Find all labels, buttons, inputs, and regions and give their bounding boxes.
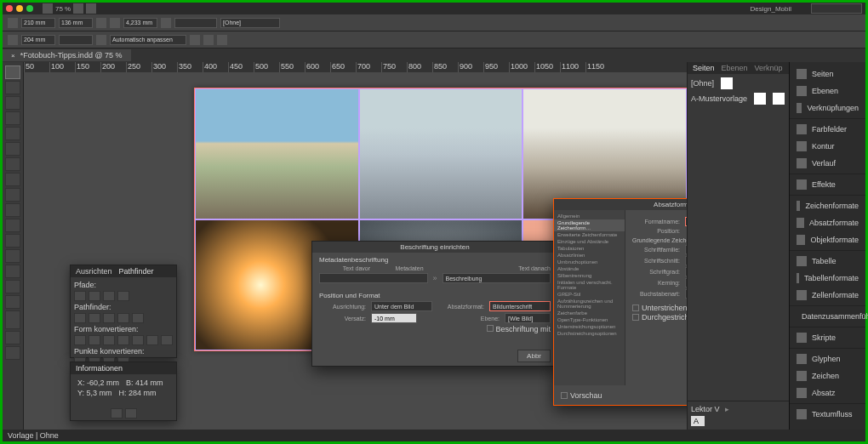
search-field[interactable]	[811, 3, 862, 14]
path-btn[interactable]	[74, 291, 86, 301]
fit-icon-1[interactable]	[190, 35, 200, 45]
minimize-icon[interactable]	[16, 5, 23, 12]
fit-icon-3[interactable]	[217, 35, 227, 45]
pathfinder-tab[interactable]: Pathfinder	[119, 267, 154, 276]
panel-verknpfungen[interactable]: Verknüpfungen	[790, 100, 865, 117]
view-mode[interactable]	[5, 346, 20, 360]
case-dd[interactable]: Normal	[685, 289, 687, 299]
rect-frame-tool[interactable]	[5, 188, 20, 202]
panel-tabelle[interactable]: Tabelle	[790, 253, 865, 270]
misc-field-1[interactable]	[174, 18, 217, 28]
d2-side-item[interactable]: Tabulatoren	[554, 245, 625, 252]
panel-zeichenformate[interactable]: Zeichenformate	[790, 197, 865, 214]
ref-point-icon[interactable]	[8, 18, 18, 28]
shape-btn[interactable]	[103, 335, 115, 345]
x-field[interactable]: 204 mm	[21, 35, 55, 45]
master-swatch[interactable]	[773, 93, 785, 105]
master-a[interactable]: A-Mustervorlage	[691, 94, 747, 103]
photo-frame-1[interactable]	[195, 88, 359, 219]
close-icon[interactable]	[6, 5, 13, 12]
align-dd[interactable]: Unter dem Bild	[371, 301, 432, 311]
none-swatch[interactable]	[721, 77, 733, 89]
y-field[interactable]	[59, 35, 93, 45]
d2-side-item[interactable]: Aufzählungszeichen und Nummerierung	[554, 298, 625, 310]
pencil-tool[interactable]	[5, 173, 20, 186]
flip-v-icon[interactable]	[110, 18, 120, 28]
panel-seiten[interactable]: Seiten	[790, 65, 865, 83]
type-tool[interactable]	[5, 127, 20, 140]
fmtname-input[interactable]: Bildunterschrift	[685, 217, 687, 226]
strike-checkbox[interactable]: Durchgestrichen	[632, 313, 687, 322]
shape-btn[interactable]	[74, 335, 86, 345]
layer-dd[interactable]: [Wie Bild]	[505, 313, 551, 323]
d2-side-item[interactable]: Absatzlinien	[554, 252, 625, 259]
d2-side-item[interactable]: Umbruchoptionen	[554, 259, 625, 265]
master-swatch[interactable]	[754, 93, 766, 105]
d2-side-item[interactable]: OpenType-Funktionen	[554, 316, 625, 323]
text-before-input[interactable]	[319, 273, 428, 283]
r-field[interactable]: 4,233 mm	[123, 18, 157, 28]
tab-close-icon[interactable]: ×	[11, 52, 15, 60]
caption-checkbox[interactable]: Beschriftung mit	[487, 325, 551, 333]
metadata-dd[interactable]: Beschreibung	[443, 273, 551, 283]
panel-kontur[interactable]: Kontur	[790, 138, 865, 155]
fill-stroke-swap[interactable]	[5, 310, 20, 329]
scale-icon[interactable]	[96, 35, 106, 45]
shape-btn[interactable]	[117, 335, 129, 345]
pages-tab[interactable]: Seiten	[693, 64, 715, 72]
d2-side-item[interactable]: Durchstreichungsoptionen	[554, 330, 625, 337]
none-master[interactable]: [Ohne]	[691, 79, 714, 88]
zoom-display[interactable]: 75 %	[55, 5, 71, 13]
preview-checkbox[interactable]: Vorschau	[561, 391, 602, 400]
panel-datenzusammenfhr[interactable]: Datenzusammenführ…	[790, 308, 865, 325]
pf-btn[interactable]	[74, 313, 86, 323]
bridge-icon[interactable]	[73, 3, 83, 14]
direct-select-tool[interactable]	[5, 81, 20, 94]
fontsize-input[interactable]: 9 Pt	[685, 267, 687, 276]
panel-absatz[interactable]: Absatz	[790, 384, 865, 401]
lektor-input[interactable]: A	[691, 416, 705, 426]
panel-effekte[interactable]: Effekte	[790, 176, 865, 193]
shape-btn[interactable]	[146, 335, 158, 345]
fontfam-dd[interactable]: Ubuntu	[685, 245, 687, 254]
pf-btn[interactable]	[103, 313, 115, 323]
panel-verlauf[interactable]: Verlauf	[790, 155, 865, 172]
panel-absatzformate[interactable]: Absatzformate	[790, 214, 865, 231]
line-tool[interactable]	[5, 142, 20, 156]
fit-icon-2[interactable]	[203, 35, 214, 45]
d2-side-item[interactable]: Unterstreichungsoptionen	[554, 323, 625, 330]
zoom-tool[interactable]	[5, 295, 20, 309]
d2-side-item[interactable]: Allgemein	[554, 213, 625, 219]
links-tab[interactable]: Verknüp	[755, 64, 783, 72]
workspace-label[interactable]: Design_Mobil	[751, 5, 808, 13]
path-btn[interactable]	[117, 291, 129, 301]
d2-side-item[interactable]: Erweiterte Zeichenformate	[554, 231, 625, 238]
shape-btn[interactable]	[132, 335, 144, 345]
maximize-icon[interactable]	[26, 5, 33, 12]
scissors-tool[interactable]	[5, 219, 20, 232]
kerning-dd[interactable]: Metrisch	[685, 278, 687, 287]
document-tab[interactable]: × *Fotobuch-Tipps.indd @ 75 %	[3, 49, 131, 61]
panel-farbfelder[interactable]: Farbfelder	[790, 121, 865, 138]
panel-glyphen[interactable]: Glyphen	[790, 350, 865, 367]
align-tab[interactable]: Ausrichten	[76, 267, 112, 276]
panel-tabellenformate[interactable]: Tabellenformate	[790, 270, 865, 287]
pf-btn[interactable]	[89, 313, 100, 323]
eyedropper-tool[interactable]	[5, 265, 20, 278]
photo-frame-2[interactable]	[359, 88, 523, 219]
style-dd[interactable]: [Ohne]	[220, 18, 280, 28]
flip-h-icon[interactable]	[96, 18, 106, 28]
shape-btn[interactable]	[161, 335, 173, 345]
corner-icon[interactable]	[161, 18, 171, 28]
d2-side-item[interactable]: Initialen und verschacht. Formate	[554, 279, 625, 291]
pformat-dd[interactable]: Bildunterschrift	[489, 301, 551, 311]
gradient-tool[interactable]	[5, 249, 20, 263]
rect-tool[interactable]	[5, 203, 20, 217]
autofit-field[interactable]: Automatisch anpassen	[110, 35, 186, 45]
panel-zellenformate[interactable]: Zellenformate	[790, 287, 865, 304]
pen-tool[interactable]	[5, 157, 20, 171]
panel-skripte[interactable]: Skripte	[790, 329, 865, 346]
layers-tab[interactable]: Ebenen	[722, 64, 748, 72]
canvas-area[interactable]: 5010015020025030035040045050055060065070…	[24, 62, 687, 430]
hand-tool[interactable]	[5, 280, 20, 293]
